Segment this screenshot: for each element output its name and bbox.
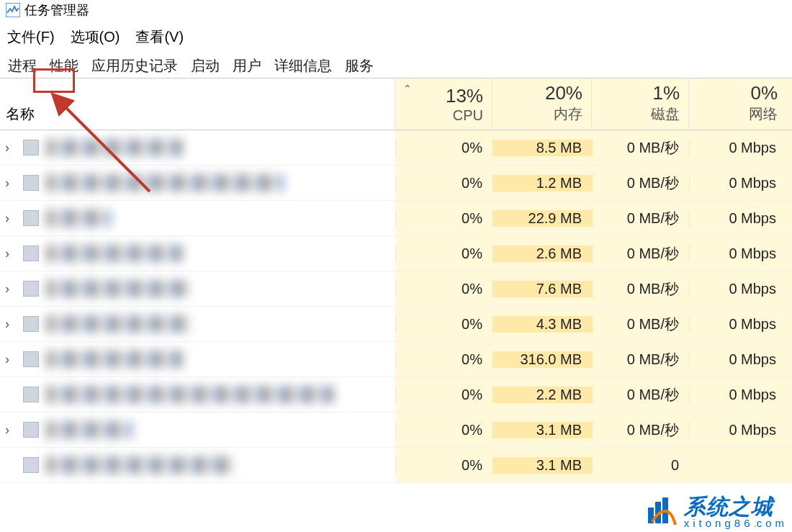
cpu-label: CPU [398,107,483,124]
cell-cpu: 0% [395,140,492,156]
app-icon [23,281,39,297]
menu-bar: 文件(F) 选项(O) 查看(V) [0,22,792,53]
cell-disk: 0 MB/秒 [592,385,689,405]
window-title-bar: 任务管理器 [0,0,792,22]
table-row[interactable]: ›0%3.1 MB0 MB/秒0 Mbps [0,412,792,448]
expand-chevron-icon[interactable]: › [3,423,12,438]
watermark-title: 系统之城 [684,496,788,518]
expand-chevron-icon[interactable]: › [3,211,12,226]
sort-indicator-icon: ⌃ [403,83,412,94]
tab-services[interactable]: 服务 [338,53,380,78]
cell-net: 0 Mbps [689,175,786,191]
cell-disk: 0 MB/秒 [592,138,689,158]
table-row[interactable]: ›0%2.2 MB0 MB/秒0 Mbps [0,377,792,412]
expand-chevron-icon[interactable]: › [3,176,12,191]
cell-cpu: 0% [395,457,492,474]
process-name-blurred [46,174,284,191]
cell-mem: 1.2 MB [492,175,592,191]
process-name-blurred [46,315,190,333]
memory-usage-percent: 20% [495,83,582,104]
process-name-blurred [46,421,132,438]
table-row[interactable]: ›0%22.9 MB0 MB/秒0 Mbps [0,201,792,236]
cell-cpu: 0% [395,210,492,227]
app-icon [23,210,39,226]
process-name-blurred [46,351,183,368]
cell-cpu: 0% [395,281,492,297]
table-row[interactable]: ›0%316.0 MB0 MB/秒0 Mbps [0,342,792,377]
cell-cpu: 0% [395,351,492,368]
cell-mem: 22.9 MB [492,210,592,227]
task-manager-icon [6,3,20,17]
menu-view[interactable]: 查看(V) [135,27,184,47]
cell-mem: 4.3 MB [492,316,592,333]
cell-disk: 0 MB/秒 [592,244,689,263]
column-header-network[interactable]: 0% 网络 [689,78,786,130]
disk-label: 磁盘 [595,104,680,124]
table-row[interactable]: ›0%1.2 MB0 MB/秒0 Mbps [0,166,792,201]
cell-net: 0 Mbps [689,316,786,333]
cell-mem: 8.5 MB [492,140,592,156]
cell-disk: 0 MB/秒 [592,315,689,334]
cell-cpu: 0% [395,387,492,403]
cell-net: 0 Mbps [689,351,786,368]
cell-cpu: 0% [395,422,492,438]
cell-disk: 0 MB/秒 [592,350,689,369]
expand-chevron-icon[interactable]: › [3,317,12,332]
process-name-blurred [46,456,233,474]
cell-mem: 2.6 MB [492,245,592,262]
tab-app-history[interactable]: 应用历史记录 [85,53,184,78]
app-icon [23,175,39,191]
disk-usage-percent: 1% [595,83,680,104]
column-header-disk[interactable]: 1% 磁盘 [592,78,689,130]
cell-cpu: 0% [395,175,492,191]
expand-chevron-icon[interactable]: › [3,246,12,261]
table-row[interactable]: ›0%2.6 MB0 MB/秒0 Mbps [0,236,792,271]
process-name-cell: › [0,456,395,474]
app-icon [23,245,39,261]
cell-cpu: 0% [395,316,492,333]
table-row[interactable]: ›0%3.1 MB0 [0,448,792,483]
network-usage-percent: 0% [692,83,778,104]
cell-mem: 3.1 MB [492,457,592,474]
menu-options[interactable]: 选项(O) [71,27,120,47]
process-name-blurred [46,280,190,297]
app-icon [23,351,39,367]
process-name-blurred [46,209,111,227]
process-name-cell: › [0,421,395,438]
process-name-blurred [46,139,183,156]
tab-users[interactable]: 用户 [226,53,268,78]
expand-chevron-icon[interactable]: › [3,140,12,155]
process-name-cell: › [0,245,395,262]
tab-bar: 进程 性能 应用历史记录 启动 用户 详细信息 服务 [0,53,792,78]
watermark: 系统之城 xitong86.com [645,495,788,529]
cell-mem: 7.6 MB [492,281,592,297]
memory-label: 内存 [495,104,582,124]
column-header-memory[interactable]: 20% 内存 [492,78,592,130]
tab-startup[interactable]: 启动 [184,53,226,78]
expand-chevron-icon[interactable]: › [3,352,12,367]
cell-disk: 0 MB/秒 [592,420,689,440]
process-name-blurred [46,245,183,262]
cell-mem: 3.1 MB [492,422,592,438]
cell-cpu: 0% [395,245,492,262]
process-name-cell: › [0,209,395,227]
menu-file[interactable]: 文件(F) [7,27,55,47]
table-row[interactable]: ›0%4.3 MB0 MB/秒0 Mbps [0,307,792,342]
watermark-logo-icon [645,495,680,529]
window-title: 任务管理器 [24,1,89,19]
process-name-cell: › [0,174,395,191]
process-name-cell: › [0,280,395,297]
table-row[interactable]: ›0%8.5 MB0 MB/秒0 Mbps [0,130,792,166]
expand-chevron-icon[interactable]: › [3,281,12,297]
cell-net: 0 Mbps [689,245,786,262]
process-name-cell: › [0,351,395,368]
table-row[interactable]: ›0%7.6 MB0 MB/秒0 Mbps [0,271,792,307]
tab-processes[interactable]: 进程 [1,53,43,78]
process-name-cell: › [0,139,395,156]
cell-disk: 0 MB/秒 [592,279,689,299]
column-header-name[interactable]: 名称 [0,78,395,130]
tab-details[interactable]: 详细信息 [268,53,338,78]
app-icon [23,422,39,438]
cell-net: 0 Mbps [689,422,786,438]
tab-performance[interactable]: 性能 [43,53,85,78]
